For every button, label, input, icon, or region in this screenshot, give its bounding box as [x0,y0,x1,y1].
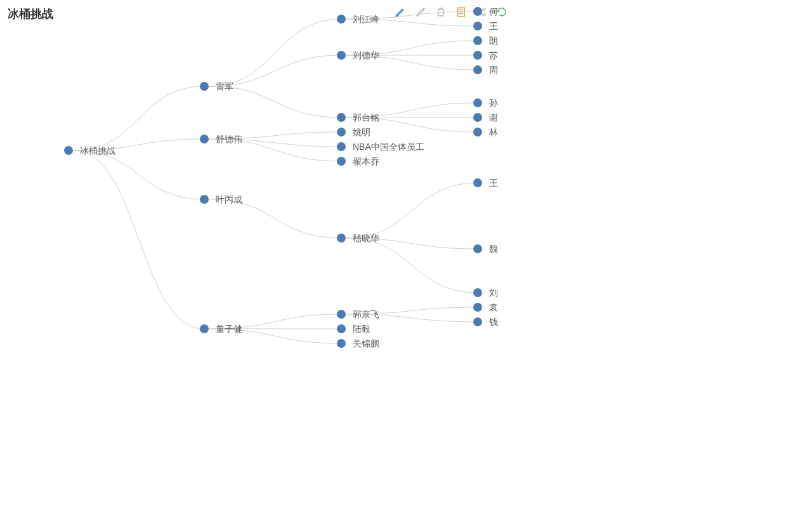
mindmap-node[interactable]: 林 [473,127,498,137]
node-label: 陆毅 [353,324,370,334]
mindmap-node[interactable]: NBA中国全体员工 [337,142,424,152]
node-dot-icon[interactable] [473,65,482,74]
mindmap-node[interactable]: 刘江峰 [337,14,379,24]
node-label: 苏 [489,50,498,60]
mindmap-node[interactable]: 刘德华 [337,50,379,60]
node-label: 郭京飞 [353,309,379,319]
node-dot-icon[interactable] [473,128,482,136]
node-dot-icon[interactable] [473,303,482,312]
node-dot-icon[interactable] [64,146,73,155]
node-label: 刘 [489,288,498,298]
mindmap-node[interactable]: 董子健 [200,324,242,334]
node-label: 谢 [489,112,498,123]
node-label: 雷军 [216,81,233,91]
node-dot-icon[interactable] [337,324,346,333]
mindmap-node[interactable]: 王 [473,178,498,188]
node-label: 刘德华 [353,50,379,60]
mindmap-node[interactable]: 袁 [473,302,498,312]
node-dot-icon[interactable] [337,51,346,60]
mindmap-edge [346,238,478,293]
mindmap-edge [74,150,204,329]
node-dot-icon[interactable] [473,98,482,107]
node-dot-icon[interactable] [473,178,482,187]
mindmap-edge [346,183,478,238]
node-label: 董子健 [216,324,242,334]
node-label: 魏 [489,244,498,254]
node-label: 冰桶挑战 [80,145,115,156]
node-dot-icon[interactable] [473,51,482,60]
node-dot-icon[interactable] [337,234,346,242]
node-label: 关锦鹏 [353,338,379,349]
node-label: NBA中国全体员工 [353,142,424,152]
node-label: 周 [489,65,498,75]
mindmap-node[interactable]: 嵇晓华 [337,233,379,243]
node-label: 嵇晓华 [353,233,379,243]
mindmap-node[interactable]: 魏 [473,244,498,254]
node-dot-icon[interactable] [337,339,346,348]
node-dot-icon[interactable] [473,7,482,16]
mindmap-node[interactable]: 王 [473,21,498,31]
node-dot-icon[interactable] [337,310,346,319]
node-dot-icon[interactable] [200,135,209,143]
node-dot-icon[interactable] [337,157,346,166]
node-dot-icon[interactable] [337,15,346,23]
node-label: 王 [489,21,498,31]
mindmap-edge [209,19,341,86]
node-label: 孙 [489,98,498,108]
node-label: 叶丙成 [216,194,242,204]
node-dot-icon[interactable] [337,128,346,136]
mindmap-node[interactable]: 苏 [473,50,498,60]
node-label: 郭台铭 [353,112,379,123]
node-label: 翟本乔 [353,156,379,166]
mindmap-node[interactable]: 雷军 [200,81,233,91]
mindmap-node[interactable]: 郭京飞 [337,309,379,319]
node-label: 刘江峰 [353,14,379,24]
mindmap-node[interactable]: 关锦鹏 [337,338,379,349]
mindmap-node[interactable]: 翟本乔 [337,156,379,166]
node-label: 钱 [488,317,498,327]
mindmap-node[interactable]: 陆毅 [337,324,370,334]
node-dot-icon[interactable] [337,113,346,122]
node-label: 林 [488,127,498,137]
node-dot-icon[interactable] [473,22,482,30]
node-dot-icon[interactable] [200,82,209,91]
node-label: 舒德伟 [216,134,242,144]
mindmap-node[interactable]: 何 [473,6,498,17]
mindmap-edge [209,199,341,238]
mindmap-node[interactable]: 周 [473,65,498,75]
mindmap-node[interactable]: 舒德伟 [200,134,242,144]
node-label: 袁 [489,302,498,312]
mindmap-node[interactable]: 郭台铭 [337,112,379,123]
node-dot-icon[interactable] [473,36,482,45]
mindmap-viewport[interactable]: 冰桶挑战雷军刘江峰何王刘德华朗苏周郭台铭孙谢林舒德伟姚明NBA中国全体员工翟本乔… [0,0,501,518]
node-dot-icon[interactable] [200,324,209,333]
mindmap-edge [74,150,204,199]
node-dot-icon[interactable] [473,317,482,326]
mindmap-node[interactable]: 冰桶挑战 [64,145,115,156]
mindmap-node[interactable]: 谢 [473,112,498,123]
node-dot-icon[interactable] [473,288,482,297]
mindmap-node[interactable]: 钱 [473,317,498,327]
node-label: 王 [489,178,498,188]
node-label: 姚明 [353,127,370,137]
mindmap-node[interactable]: 朗 [473,36,498,46]
node-label: 朗 [489,36,498,46]
node-dot-icon[interactable] [337,142,346,151]
node-dot-icon[interactable] [200,195,209,204]
mindmap-node[interactable]: 孙 [473,98,498,108]
node-dot-icon[interactable] [473,244,482,253]
mindmap-node[interactable]: 姚明 [337,127,370,137]
node-label: 何 [489,6,498,17]
mindmap-edge [74,86,204,150]
mindmap-node[interactable]: 刘 [473,288,498,298]
node-dot-icon[interactable] [473,113,482,122]
mindmap-node[interactable]: 叶丙成 [200,194,242,204]
